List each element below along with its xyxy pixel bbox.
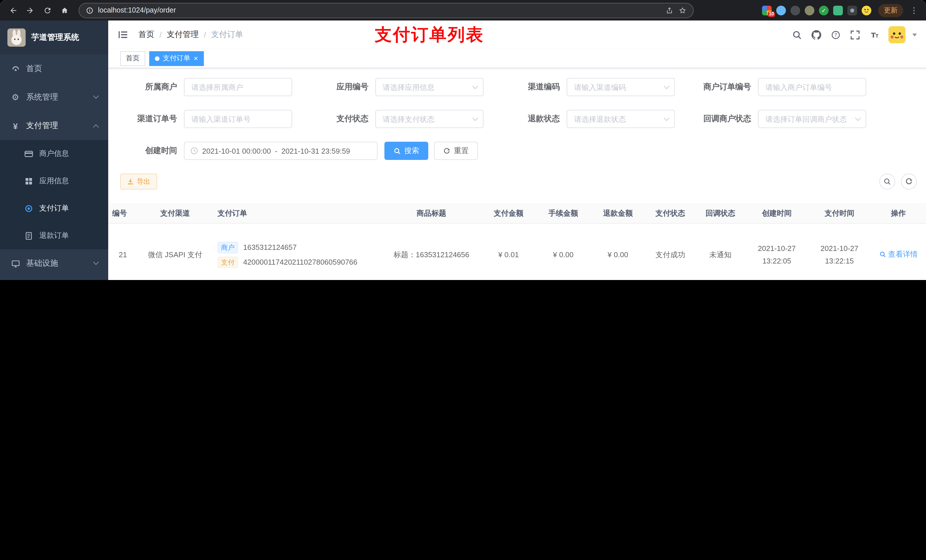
sidebar-item-home[interactable]: 首页	[0, 54, 108, 83]
help-icon[interactable]: ?	[827, 26, 844, 43]
app-logo[interactable]: 芋道管理系统	[0, 21, 108, 54]
browser-forward-icon[interactable]	[23, 3, 38, 18]
browser-reload-icon[interactable]	[40, 3, 54, 18]
filter-row-2: 渠道订单号 支付状态 退款状态 回调商户状态	[120, 110, 926, 128]
filter-pay-status: 支付状态	[312, 110, 484, 128]
cell-action: 查看详情	[871, 248, 926, 261]
breadcrumb-separator: /	[159, 30, 162, 39]
chevron-down-icon	[93, 93, 99, 99]
active-tab-dot	[155, 56, 159, 60]
profile-avatar-icon[interactable]	[862, 5, 872, 15]
app-id-select[interactable]	[375, 78, 484, 96]
view-detail-link[interactable]: 查看详情	[879, 248, 918, 260]
filter-merchant-order-no: 商户订单编号	[694, 78, 866, 96]
svg-text:T: T	[875, 33, 878, 38]
document-icon	[24, 231, 33, 240]
browser-menu-icon[interactable]: ⋮	[908, 6, 920, 15]
breadcrumb-home[interactable]: 首页	[138, 30, 154, 40]
sidebar-item-system[interactable]: ⚙ 系统管理	[0, 83, 108, 112]
table-row: 21 微信 JSAPI 支付 商户 1635312124657 支付	[108, 223, 926, 280]
extension-icon[interactable]	[790, 5, 800, 15]
sidebar-item-merchant-info[interactable]: 商户信息	[0, 140, 108, 167]
breadcrumb-pay[interactable]: 支付管理	[167, 30, 199, 40]
site-info-icon	[86, 6, 94, 14]
navbar-actions: ? TT	[788, 26, 919, 43]
search-icon[interactable]	[788, 26, 805, 43]
extension-icon[interactable]	[805, 5, 814, 15]
browser-update-button[interactable]: 更新	[878, 4, 903, 17]
logo-image	[8, 29, 26, 47]
font-size-icon[interactable]: TT	[865, 26, 883, 43]
extension-icon[interactable]: 10	[762, 5, 772, 15]
close-icon[interactable]: ×	[194, 54, 198, 62]
export-button[interactable]: 导出	[120, 174, 157, 190]
cell-create-time: 2021-10-2713:22:05	[746, 242, 808, 267]
filter-create-time: 创建时间 2021-10-01 00:00:00 - 2021-10-31 23…	[120, 142, 378, 160]
search-icon	[879, 251, 886, 258]
notify-status-select[interactable]	[758, 110, 866, 128]
filter-merchant: 所属商户	[120, 78, 292, 96]
tab-pay-order[interactable]: 支付订单 ×	[149, 51, 204, 66]
filter-app-id: 应用编号	[312, 78, 484, 96]
extension-icon[interactable]	[833, 5, 843, 15]
channel-code-select[interactable]	[567, 78, 675, 96]
toggle-search-icon[interactable]	[879, 174, 895, 190]
filter-row-3: 创建时间 2021-10-01 00:00:00 - 2021-10-31 23…	[120, 142, 926, 160]
orders-table: 编号 支付渠道 支付订单 商品标题 支付金额 手续金额 退款金额 支付状态 回调…	[108, 203, 926, 280]
reset-button[interactable]: 重置	[434, 142, 478, 160]
chevron-down-icon	[93, 259, 99, 265]
extension-badge: 10	[768, 11, 775, 17]
table-body: 21 微信 JSAPI 支付 商户 1635312124657 支付	[108, 223, 926, 280]
screen: localhost:1024/pay/order 10 ✓ 更新 ⋮	[0, 0, 926, 280]
date-end: 2021-10-31 23:59:59	[281, 146, 350, 155]
breadcrumb: 首页 / 支付管理 / 支付订单	[138, 30, 243, 40]
refund-status-select[interactable]	[567, 110, 675, 128]
avatar-caret-icon[interactable]	[912, 33, 917, 36]
cell-pay-time: 2021-10-2713:22:15	[808, 242, 871, 267]
cell-id: 21	[108, 248, 139, 261]
merchant-input[interactable]	[184, 78, 292, 96]
merchant-order-no-input[interactable]	[758, 78, 866, 96]
sidebar-item-pay[interactable]: ¥ 支付管理	[0, 112, 108, 140]
sidebar-item-dev-tools[interactable]: 研发工具	[0, 278, 108, 280]
refresh-icon	[443, 147, 451, 154]
bookmark-star-icon[interactable]	[679, 6, 686, 14]
date-range-picker[interactable]: 2021-10-01 00:00:00 - 2021-10-31 23:59:5…	[184, 142, 378, 160]
hamburger-icon[interactable]	[117, 29, 129, 41]
share-icon[interactable]	[666, 6, 673, 14]
url-text[interactable]: localhost:1024/pay/order	[98, 6, 661, 14]
cell-amount: ¥ 0.01	[481, 248, 536, 261]
filter-refund-status: 退款状态	[503, 110, 675, 128]
url-bar[interactable]: localhost:1024/pay/order	[79, 3, 694, 18]
browser-back-icon[interactable]	[6, 3, 21, 18]
extension-icon[interactable]	[776, 5, 786, 15]
user-avatar[interactable]	[888, 26, 905, 43]
cell-notify-status: 未通知	[695, 248, 746, 261]
sidebar-item-pay-order[interactable]: 支付订单	[0, 195, 108, 222]
extension-pin-icon[interactable]	[847, 5, 857, 15]
sidebar-item-refund-order[interactable]: 退款订单	[0, 222, 108, 249]
pay-status-select[interactable]	[375, 110, 484, 128]
extension-check-icon[interactable]: ✓	[819, 5, 829, 15]
search-button[interactable]: 搜索	[384, 142, 428, 160]
page-content: 所属商户 应用编号 渠道编码 商户订单编号	[108, 68, 926, 280]
channel-order-no-input[interactable]	[184, 110, 292, 128]
browser-home-icon[interactable]	[57, 3, 72, 18]
refresh-table-icon[interactable]	[901, 174, 917, 190]
target-icon	[24, 204, 33, 213]
merchant-badge: 商户	[218, 242, 238, 253]
date-start: 2021-10-01 00:00:00	[202, 146, 271, 155]
cell-pay-status: 支付成功	[645, 248, 695, 261]
bank-card-icon	[24, 149, 33, 158]
sidebar-item-infra[interactable]: 基础设施	[0, 249, 108, 278]
svg-text:?: ?	[834, 32, 837, 38]
github-icon[interactable]	[808, 26, 825, 43]
annotation-title: 支付订单列表	[375, 23, 484, 47]
extension-tray: 10 ✓ 更新 ⋮	[762, 4, 920, 17]
sidebar-item-app-info[interactable]: 应用信息	[0, 167, 108, 195]
top-navbar: 首页 / 支付管理 / 支付订单 ?	[108, 21, 926, 49]
tab-home[interactable]: 首页	[120, 51, 145, 66]
table-tools	[879, 174, 917, 190]
main-area: 支付订单列表 首页 / 支付管理 / 支付订单	[108, 21, 926, 280]
fullscreen-icon[interactable]	[846, 26, 863, 43]
